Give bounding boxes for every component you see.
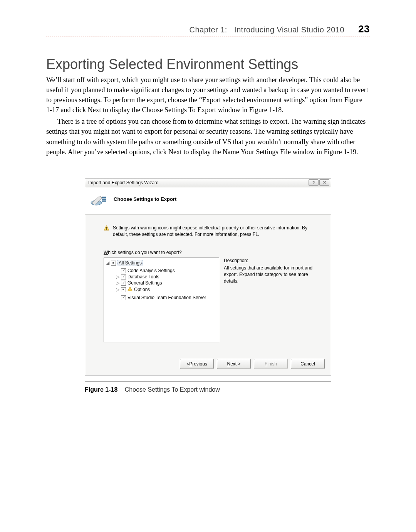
figure: Import and Export Settings Wizard ? ✕ bbox=[85, 178, 331, 393]
collapse-icon[interactable]: ◢ bbox=[106, 260, 109, 266]
warning-icon bbox=[127, 286, 133, 293]
expand-icon[interactable]: ▷ bbox=[116, 280, 119, 286]
warning-icon bbox=[104, 225, 110, 238]
wizard-icon bbox=[91, 191, 107, 207]
body-text: We’ll start off with export, which you m… bbox=[46, 75, 370, 157]
paragraph: We’ll start off with export, which you m… bbox=[46, 75, 370, 115]
tree-node[interactable]: ▷ Database Tools bbox=[116, 274, 159, 279]
tree-label: Options bbox=[134, 287, 150, 292]
button-bar: < Previous Next > Finish Cancel bbox=[85, 354, 331, 375]
svg-rect-8 bbox=[130, 288, 130, 290]
previous-button[interactable]: < Previous bbox=[180, 359, 214, 369]
next-button[interactable]: Next > bbox=[217, 359, 251, 369]
window-title: Import and Export Settings Wizard bbox=[88, 180, 159, 185]
expand-icon[interactable]: ▷ bbox=[116, 274, 119, 279]
window-buttons: ? ✕ bbox=[309, 179, 329, 186]
checkbox[interactable] bbox=[121, 295, 126, 300]
page-number: 23 bbox=[358, 23, 370, 35]
warning-note: Settings with warning icons might expose… bbox=[104, 225, 318, 238]
titlebar: Import and Export Settings Wizard ? ✕ bbox=[85, 178, 331, 187]
export-prompt: Which settings do you want to export? bbox=[104, 250, 318, 255]
prompt-text: hich settings do you want to export? bbox=[108, 250, 181, 255]
svg-rect-2 bbox=[102, 199, 106, 200]
settings-tree[interactable]: ◢ All Settings Code Analysis Settings bbox=[104, 258, 219, 342]
tree-node-root[interactable]: ◢ All Settings bbox=[106, 260, 143, 266]
section-title: Exporting Selected Environment Settings bbox=[46, 56, 370, 72]
wizard-step-title: Choose Settings to Export bbox=[114, 196, 176, 202]
warning-text: Settings with warning icons might expose… bbox=[113, 225, 318, 238]
figure-caption: Figure 1-18 Choose Settings To Export wi… bbox=[85, 386, 331, 393]
tree-label: All Settings bbox=[117, 260, 143, 266]
tree-node[interactable]: Code Analysis Settings bbox=[116, 268, 175, 273]
description-text: All settings that are available for impo… bbox=[224, 265, 318, 284]
figure-caption-text: Choose Settings To Export window bbox=[125, 386, 220, 393]
checkbox-mixed[interactable] bbox=[121, 287, 126, 292]
figure-number: Figure 1-18 bbox=[85, 386, 117, 393]
cancel-button[interactable]: Cancel bbox=[291, 359, 325, 369]
description-heading: Description: bbox=[224, 258, 318, 264]
running-header: Chapter 1: Introducing Visual Studio 201… bbox=[46, 23, 370, 37]
close-button[interactable]: ✕ bbox=[319, 179, 329, 186]
tree-node[interactable]: ▷ General Settings bbox=[116, 280, 162, 286]
description-panel: Description: All settings that are avail… bbox=[224, 258, 318, 342]
chapter-title: Introducing Visual Studio 2010 bbox=[234, 25, 344, 34]
help-button[interactable]: ? bbox=[309, 179, 319, 186]
tree-label: Code Analysis Settings bbox=[127, 268, 175, 273]
tree-node[interactable]: ▷ Options bbox=[116, 286, 150, 293]
page: Chapter 1: Introducing Visual Studio 201… bbox=[0, 0, 416, 432]
chapter-label: Chapter 1: bbox=[190, 25, 227, 34]
mnemonic: W bbox=[104, 250, 108, 255]
svg-rect-5 bbox=[106, 227, 107, 229]
tree-label: General Settings bbox=[127, 280, 162, 286]
finish-button: Finish bbox=[254, 359, 288, 369]
figure-divider bbox=[85, 381, 331, 382]
content-columns: ◢ All Settings Code Analysis Settings bbox=[104, 258, 318, 342]
svg-rect-9 bbox=[130, 290, 130, 290]
svg-rect-6 bbox=[106, 229, 107, 230]
expand-icon[interactable]: ▷ bbox=[116, 287, 119, 292]
tree-label: Visual Studio Team Foundation Server bbox=[127, 295, 206, 300]
checkbox[interactable] bbox=[121, 274, 126, 279]
tree-node[interactable]: Visual Studio Team Foundation Server bbox=[116, 295, 206, 300]
svg-rect-1 bbox=[102, 197, 106, 198]
wizard-content: Settings with warning icons might expose… bbox=[85, 215, 331, 354]
tree-label: Database Tools bbox=[127, 274, 159, 279]
wizard-header: Choose Settings to Export bbox=[85, 187, 331, 215]
checkbox[interactable] bbox=[121, 281, 126, 286]
checkbox[interactable] bbox=[121, 268, 126, 273]
svg-rect-3 bbox=[102, 200, 106, 202]
wizard-dialog: Import and Export Settings Wizard ? ✕ bbox=[85, 178, 331, 375]
paragraph: There is a tree of options you can choos… bbox=[46, 116, 370, 157]
checkbox-mixed[interactable] bbox=[111, 261, 116, 266]
